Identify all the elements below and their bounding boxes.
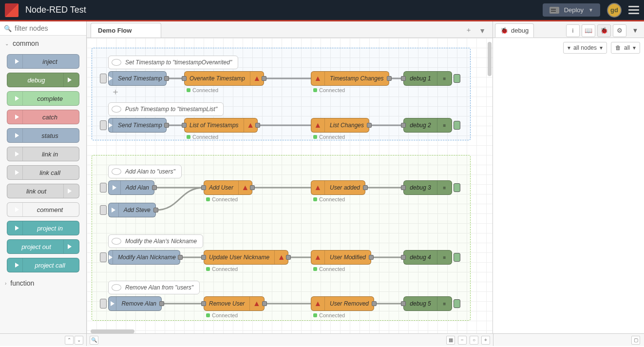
footer-search-button[interactable]: 🔍 (90, 336, 98, 345)
output-port[interactable] (262, 301, 267, 306)
debug-node[interactable]: debug 5≡ (403, 296, 452, 311)
menu-button[interactable] (628, 6, 639, 14)
debug-toggle[interactable] (454, 299, 460, 308)
comment-node[interactable]: Modify the Alan's Nickname (108, 234, 203, 248)
firebase-node[interactable]: ▲List ChangesConnected (311, 118, 369, 133)
palette-collapse-up-button[interactable]: ⌃ (65, 336, 74, 345)
output-port[interactable] (369, 255, 374, 260)
palette-filter-input[interactable] (15, 24, 82, 32)
palette-node-project-call[interactable]: project call (7, 258, 79, 272)
input-port[interactable] (201, 185, 206, 190)
firebase-node[interactable]: ▲User addedConnected (311, 180, 365, 195)
palette-node-comment[interactable]: comment (7, 202, 79, 217)
add-icon[interactable]: ＋ (111, 86, 120, 97)
debug-toggle[interactable] (454, 121, 460, 130)
firebase-node[interactable]: Overwrite Timestamp▲Connected (184, 71, 264, 86)
output-port[interactable] (372, 301, 377, 306)
zoom-reset-button[interactable]: ○ (470, 336, 478, 345)
sidebar-info-button[interactable]: i (566, 24, 580, 37)
category-function[interactable]: ›function (0, 275, 86, 291)
sidebar-help-button[interactable]: 📖 (582, 24, 595, 37)
palette-node-project-in[interactable]: project in (7, 221, 79, 235)
inject-button[interactable] (100, 299, 107, 308)
output-port[interactable] (250, 185, 255, 190)
firebase-node[interactable]: ▲Timestamp ChangesConnected (311, 71, 389, 86)
comment-node[interactable]: Remove Alan from "users" (108, 281, 200, 294)
output-port[interactable] (153, 208, 158, 212)
palette-node-inject[interactable]: inject (7, 54, 79, 69)
input-port[interactable] (401, 301, 406, 306)
inject-button[interactable] (100, 252, 107, 262)
debug-node[interactable]: debug 4≡ (403, 250, 452, 265)
debug-clear-button[interactable]: 🗑 all ▾ (611, 42, 640, 54)
input-port[interactable] (201, 301, 206, 306)
firebase-node[interactable]: Add User▲Connected (204, 180, 252, 195)
palette-collapse-down-button[interactable]: ⌄ (75, 336, 83, 345)
input-port[interactable] (401, 123, 406, 128)
output-port[interactable] (286, 255, 291, 260)
inject-node[interactable]: Add Steve (108, 203, 156, 217)
debug-filter-dropdown[interactable]: ▾ all nodes ▾ (563, 42, 607, 54)
tab-menu-button[interactable]: ▼ (476, 24, 489, 38)
input-port[interactable] (401, 185, 406, 190)
sidebar-config-button[interactable]: ⚙ (613, 24, 626, 37)
debug-toggle[interactable] (454, 74, 460, 83)
palette-node-status[interactable]: status (7, 128, 79, 143)
inject-node[interactable]: Add Alan (108, 180, 154, 195)
inject-button[interactable] (100, 74, 107, 83)
flow-tab[interactable]: Demo Flow (91, 23, 161, 38)
inject-button[interactable] (100, 205, 107, 215)
output-port[interactable] (178, 255, 183, 260)
debug-node[interactable]: debug 2≡ (403, 118, 452, 133)
output-port[interactable] (262, 76, 266, 81)
flow-canvas[interactable]: Set Timestamp to "timestampOverwrited"Pu… (87, 38, 492, 333)
sidebar-menu-button[interactable]: ▼ (628, 24, 642, 37)
zoom-in-button[interactable]: + (481, 336, 490, 345)
output-port[interactable] (164, 76, 169, 81)
inject-button[interactable] (100, 183, 107, 193)
comment-node[interactable]: Add Alan to "users" (108, 165, 182, 178)
chevron-down-icon[interactable]: ▼ (588, 7, 593, 13)
sidebar-popout-button[interactable]: ▢ (631, 336, 640, 345)
firebase-node[interactable]: Update User Nickname▲Connected (204, 250, 288, 265)
sidebar-debug-button[interactable]: 🐞 (597, 24, 611, 37)
palette-node-link-in[interactable]: link in (7, 147, 79, 161)
output-port[interactable] (387, 76, 392, 81)
inject-node[interactable]: Send Timestamp (108, 71, 167, 86)
output-port[interactable] (367, 123, 372, 128)
output-port[interactable] (159, 301, 164, 306)
input-port[interactable] (182, 123, 187, 128)
palette-node-link-call[interactable]: link call (7, 165, 79, 180)
firebase-node[interactable]: ▲User ModifiedConnected (311, 250, 371, 265)
firebase-node[interactable]: List of Timestamps▲Connected (184, 118, 258, 133)
inject-node[interactable]: Modify Alan Nickname (108, 250, 180, 265)
zoom-out-button[interactable]: − (458, 336, 467, 345)
avatar[interactable]: gd (607, 3, 622, 18)
palette-node-debug[interactable]: debug (7, 73, 79, 87)
palette-node-complete[interactable]: complete (7, 91, 79, 106)
output-port[interactable] (255, 123, 260, 128)
output-port[interactable] (164, 123, 169, 128)
navigator-button[interactable]: ▦ (446, 336, 455, 345)
palette-node-catch[interactable]: catch (7, 110, 79, 124)
debug-toggle[interactable] (454, 253, 460, 262)
scrollbar-v[interactable] (488, 42, 492, 76)
firebase-node[interactable]: ▲User RemovedConnected (311, 296, 374, 311)
debug-node[interactable]: debug 3≡ (403, 180, 452, 195)
debug-node[interactable]: debug 1≡ (403, 71, 452, 86)
inject-node[interactable]: Remove Alan (108, 296, 162, 311)
inject-node[interactable]: Send Timestamp (108, 118, 167, 133)
debug-toggle[interactable] (454, 183, 460, 192)
firebase-node[interactable]: Remove User▲Connected (204, 296, 265, 311)
scrollbar-h[interactable] (91, 329, 134, 333)
comment-node[interactable]: Set Timestamp to "timestampOverwrited" (108, 56, 238, 69)
sidebar-tab-debug[interactable]: 🐞 debug (495, 23, 534, 38)
comment-node[interactable]: Push Timestamp to "timestampList" (108, 102, 224, 116)
add-tab-button[interactable]: ＋ (462, 23, 475, 38)
deploy-button[interactable]: Deploy ▼ (543, 3, 600, 17)
input-port[interactable] (401, 255, 406, 260)
input-port[interactable] (182, 76, 187, 81)
output-port[interactable] (363, 185, 368, 190)
palette-node-link-out[interactable]: link out (7, 184, 79, 198)
output-port[interactable] (152, 185, 157, 190)
